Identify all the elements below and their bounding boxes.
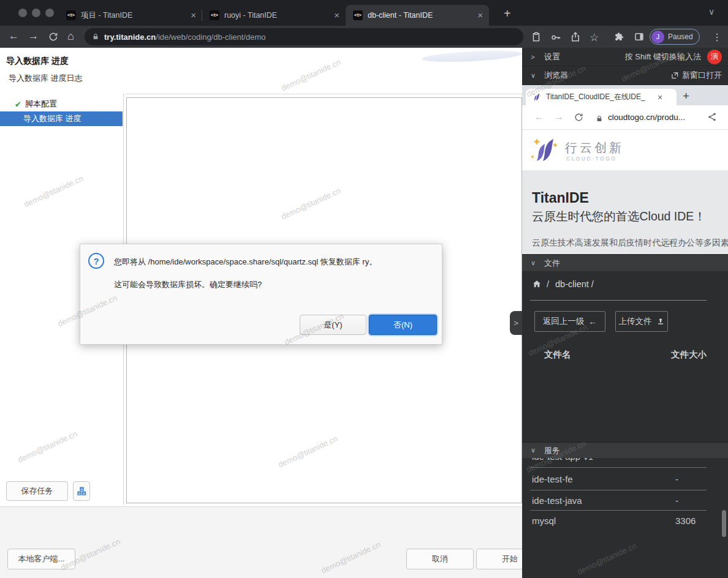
tab-close-icon[interactable]: × [477, 10, 483, 20]
cloudtogo-favicon [532, 92, 542, 102]
tab-list: <t> 项目 - TitanIDE × <t> ruoyi - TitanIDE… [59, 5, 489, 26]
input-method-hint: 按 Shift 键切换输入法 [625, 51, 701, 62]
clipboard-icon[interactable] [531, 31, 542, 42]
address-bar[interactable]: try.titanide.cn/ide/web/coding/db-client… [85, 28, 523, 45]
ide-side-panel: > > 设置 按 Shift 键切换输入法 演 ∨ 浏览器 新窗口打开 [522, 48, 728, 578]
no-button[interactable]: 否(N) [369, 315, 437, 335]
url-path: /ide/web/coding/db-client/demo [156, 32, 265, 42]
open-new-window-button[interactable]: 新窗口打开 [670, 70, 722, 81]
upload-file-button[interactable]: 上传文件 [615, 311, 668, 332]
reload-icon[interactable] [48, 31, 59, 42]
tab-title: ruoyi - TitanIDE [224, 11, 330, 20]
check-icon: ✔ [15, 100, 21, 109]
extensions-puzzle-icon[interactable] [614, 31, 625, 42]
demo-badge[interactable]: 演 [707, 50, 722, 64]
tab-ruoyi[interactable]: <t> ruoyi - TitanIDE × [202, 5, 346, 26]
settings-section-row[interactable]: > 设置 按 Shift 键切换输入法 演 [522, 48, 728, 66]
chevron-down-icon: ∨ [531, 446, 539, 454]
settings-label: 设置 [544, 51, 560, 62]
breadcrumb-path[interactable]: db-client / [555, 279, 594, 289]
embedded-tab-active[interactable]: TitanIDE_CloudIDE_在线IDE_ × [526, 89, 677, 105]
home-icon[interactable] [532, 279, 542, 289]
tab-search-chevron-icon[interactable]: ∨ [708, 7, 715, 17]
stacked-boxes-icon [77, 486, 87, 497]
window-close-button[interactable] [18, 9, 27, 17]
restore-confirm-dialog: ? 您即将从 /home/ide/workspace/space.share/s… [80, 244, 442, 345]
side-panel-icon[interactable] [634, 31, 645, 42]
window-zoom-button[interactable] [45, 9, 54, 17]
share-nodes-icon[interactable] [707, 112, 717, 124]
profile-status: Paused [668, 32, 693, 41]
page-title: 导入数据库 进度 [6, 56, 69, 67]
back-up-level-label: 返回上一级 [543, 316, 585, 327]
back-icon[interactable]: ← [534, 111, 544, 122]
tab-title: 项目 - TitanIDE [81, 10, 187, 21]
save-task-button[interactable]: 保存任务 [6, 481, 68, 501]
tab-close-icon[interactable]: × [658, 92, 662, 102]
profile-paused-button[interactable]: J Paused [650, 29, 700, 45]
titanide-favicon: <t> [353, 10, 363, 20]
open-new-window-label: 新窗口打开 [682, 70, 722, 81]
promo-paragraph: 云原生技术高速发展和后疫情时代远程办公等多因素 [532, 238, 728, 249]
chevron-right-icon: > [531, 53, 539, 61]
forward-icon[interactable]: → [554, 111, 564, 122]
chevron-down-icon: ∨ [531, 72, 539, 80]
tab-close-icon[interactable]: × [191, 10, 196, 20]
brand-subtitle: CLOUD·TOGO [566, 156, 616, 162]
step-script-config[interactable]: ✔ 脚本配置 [0, 97, 123, 111]
chevron-right-icon: > [514, 318, 518, 328]
menu-dots-icon[interactable]: ⋮ [712, 31, 722, 43]
service-name: ide-test-fe [532, 474, 573, 484]
service-row[interactable]: mysql 3306 [522, 511, 728, 530]
back-up-level-button[interactable]: 返回上一级 ← [534, 311, 605, 332]
yes-button[interactable]: 是(Y) [300, 315, 366, 335]
services-section-header[interactable]: ∨ 服务 [522, 442, 728, 458]
browser-label: 浏览器 [544, 70, 568, 81]
tab-close-icon[interactable]: × [334, 10, 339, 20]
browser-section-row[interactable]: ∨ 浏览器 新窗口打开 [522, 66, 728, 85]
embedded-tab-title: TitanIDE_CloudIDE_在线IDE_ [546, 92, 655, 102]
chevron-down-icon: ∨ [531, 259, 539, 267]
cancel-button[interactable]: 取消 [406, 549, 474, 569]
task-list-button[interactable] [73, 481, 90, 501]
service-port: 3306 [675, 516, 696, 526]
screen: <t> 项目 - TitanIDE × <t> ruoyi - TitanIDE… [0, 0, 728, 578]
embedded-toolbar: ← → cloudtogo.cn/produ... [522, 105, 728, 130]
bookmark-star-icon[interactable]: ☆ [590, 31, 599, 44]
new-tab-button[interactable]: + [504, 7, 511, 20]
service-row[interactable]: ide-test-java - [522, 490, 728, 510]
service-name: ide-test-java [532, 495, 582, 506]
embedded-url[interactable]: cloudtogo.cn/produ... [608, 113, 685, 122]
reload-icon[interactable] [574, 112, 584, 125]
divider [126, 94, 522, 94]
window-minimize-button[interactable] [32, 9, 40, 17]
question-icon: ? [88, 253, 104, 269]
panel-collapse-handle[interactable]: > [510, 311, 522, 335]
lock-icon [596, 114, 603, 125]
embedded-new-tab-button[interactable]: + [683, 90, 689, 102]
local-client-button[interactable]: 本地客户端... [7, 549, 75, 569]
forward-icon[interactable]: → [28, 30, 39, 42]
upload-file-label: 上传文件 [619, 316, 652, 327]
tab-project[interactable]: <t> 项目 - TitanIDE × [59, 5, 202, 26]
lock-icon [92, 33, 99, 40]
promo-section: TitanIDE 云原生时代您的首选Cloud IDE！ 云原生技术高速发展和后… [522, 170, 728, 254]
tab-title: db-client - TitanIDE [368, 11, 474, 20]
home-icon[interactable]: ⌂ [67, 30, 74, 43]
file-size-column-header: 文件大小 [671, 349, 707, 361]
step-import-progress-selected[interactable]: 导入数据库 进度 [0, 111, 123, 126]
files-section-header[interactable]: ∨ 文件 [522, 254, 728, 271]
service-row[interactable]: ide-test-fe - [522, 468, 728, 490]
breadcrumb: / db-client / [532, 279, 594, 289]
file-name-column-header: 文件名 [544, 349, 571, 361]
avatar: J [651, 31, 664, 43]
embedded-tabstrip: TitanIDE_CloudIDE_在线IDE_ × + [522, 85, 728, 105]
back-icon[interactable]: ← [9, 30, 19, 42]
url-host: try.titanide.cn [104, 32, 156, 42]
tab-db-client-active[interactable]: <t> db-client - TitanIDE × [346, 5, 489, 26]
share-icon[interactable] [570, 31, 581, 42]
password-key-icon[interactable] [550, 31, 561, 42]
titanide-favicon: <t> [210, 10, 219, 20]
browser-toolbar: ← → ⌂ try.titanide.cn/ide/web/coding/db-… [0, 26, 728, 48]
files-section-label: 文件 [544, 258, 560, 269]
